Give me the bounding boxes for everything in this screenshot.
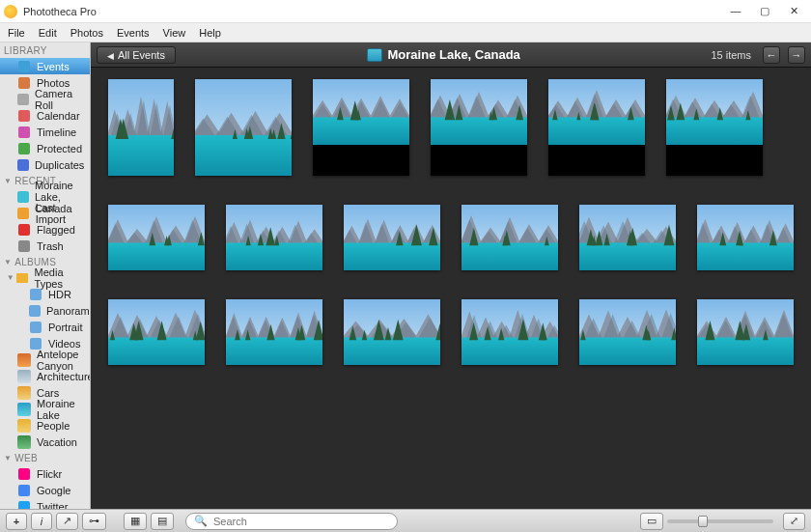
svg-rect-15	[226, 242, 322, 270]
album-icon	[29, 321, 42, 334]
sidebar-item-label: Antelope Canyon	[37, 349, 84, 372]
search-box[interactable]: 🔍	[185, 513, 398, 530]
sidebar-item-portrait[interactable]: Portrait	[0, 319, 90, 335]
sidebar-item-moraine-lake[interactable]: Moraine Lake	[0, 401, 90, 417]
sidebar-item-antelope-canyon[interactable]: Antelope Canyon	[0, 351, 90, 368]
sidebar-item-label: Last Import	[36, 202, 84, 225]
layout-toggle-button[interactable]: ▭	[640, 513, 663, 530]
sidebar-item-label: Calendar	[37, 110, 80, 122]
photo-thumbnail[interactable]	[226, 205, 322, 270]
photo-thumbnail[interactable]	[697, 299, 794, 365]
album-thumb	[17, 386, 31, 400]
bottom-toolbar: + i ↗ ⊶ ▦ ▤ 🔍 ▭ ⤢	[0, 509, 811, 532]
photo-thumbnail[interactable]	[697, 205, 794, 270]
prev-event-button[interactable]: ←	[763, 46, 780, 64]
photo-thumbnail[interactable]	[344, 299, 440, 365]
import-icon	[17, 207, 30, 220]
sidebar-item-label: Moraine Lake	[37, 398, 84, 421]
sidebar-section-web[interactable]: ▼WEB	[0, 450, 90, 465]
photo-thumbnail[interactable]	[108, 205, 205, 270]
event-toolbar: ◀All Events Moraine Lake, Canada 15 item…	[91, 42, 811, 68]
all-events-button[interactable]: ◀All Events	[97, 46, 176, 64]
photo-thumbnail[interactable]	[108, 79, 174, 176]
search-input[interactable]	[213, 516, 389, 527]
chevron-down-icon: ▼	[7, 273, 14, 282]
sidebar-item-duplicates[interactable]: Duplicates	[0, 156, 90, 173]
sidebar-item-media-types[interactable]: ▼Media Types	[0, 269, 90, 286]
flickr-icon	[17, 467, 31, 481]
sidebar-item-protected[interactable]: Protected	[0, 140, 90, 156]
flag-icon	[17, 223, 31, 237]
sidebar-item-vacation[interactable]: Vacation	[0, 434, 90, 450]
search-icon: 🔍	[194, 515, 208, 527]
sidebar-item-panoramas[interactable]: Panoramas	[0, 302, 90, 319]
app-icon	[4, 5, 17, 18]
maximize-button[interactable]: ▢	[757, 5, 772, 17]
event-header: Moraine Lake, Canada	[183, 47, 704, 62]
album-thumb	[17, 353, 31, 367]
add-button[interactable]: +	[6, 513, 27, 530]
thumbnail-row	[108, 79, 794, 176]
sidebar-item-events[interactable]: Events	[0, 58, 90, 74]
timeline-icon	[17, 126, 31, 139]
sidebar: LIBRARYEventsPhotosCamera RollCalendarTi…	[0, 42, 91, 509]
view-mosaic-button[interactable]: ▤	[151, 513, 174, 530]
svg-rect-21	[579, 242, 676, 270]
svg-rect-19	[461, 242, 558, 270]
next-event-button[interactable]: →	[788, 46, 805, 64]
photo-thumbnail[interactable]	[666, 79, 763, 176]
zoom-slider[interactable]	[667, 519, 773, 523]
zoom-slider-knob[interactable]	[698, 516, 708, 527]
photo-thumbnail[interactable]	[548, 79, 645, 176]
window-controls: — ▢ ✕	[728, 5, 807, 17]
menu-photos[interactable]: Photos	[70, 27, 103, 39]
menu-edit[interactable]: Edit	[39, 27, 57, 39]
key-button[interactable]: ⊶	[82, 513, 106, 530]
photo-thumbnail[interactable]	[226, 299, 322, 365]
google-icon	[17, 484, 31, 497]
view-grid-button[interactable]: ▦	[124, 513, 147, 530]
photo-thumbnail[interactable]	[579, 299, 676, 365]
minimize-button[interactable]: —	[728, 5, 743, 17]
close-button[interactable]: ✕	[786, 5, 801, 17]
svg-rect-35	[697, 337, 794, 365]
menu-file[interactable]: File	[8, 27, 25, 39]
sidebar-item-last-import[interactable]: Last Import	[0, 205, 90, 221]
share-button[interactable]: ↗	[56, 513, 78, 530]
sidebar-item-architecture[interactable]: Architecture	[0, 368, 90, 384]
chevron-down-icon: ▼	[4, 258, 12, 266]
twitter-icon	[17, 500, 31, 510]
photo-thumbnail[interactable]	[579, 205, 676, 270]
svg-rect-3	[195, 135, 292, 176]
sidebar-item-label: People	[37, 420, 70, 432]
sidebar-item-timeline[interactable]: Timeline	[0, 124, 90, 140]
photo-thumbnail[interactable]	[431, 79, 527, 176]
svg-rect-31	[461, 337, 558, 365]
menu-view[interactable]: View	[163, 27, 186, 39]
sidebar-item-label: Flagged	[37, 224, 75, 236]
photo-thumbnail[interactable]	[108, 299, 205, 365]
photo-thumbnail[interactable]	[461, 205, 558, 270]
menu-help[interactable]: Help	[199, 27, 221, 39]
photo-thumbnail[interactable]	[461, 299, 558, 365]
svg-rect-29	[344, 337, 440, 365]
sidebar-item-camera-roll[interactable]: Camera Roll	[0, 91, 90, 107]
photo-thumbnail[interactable]	[195, 79, 292, 176]
sidebar-item-trash[interactable]: Trash	[0, 238, 90, 254]
sidebar-item-label: Google	[37, 485, 70, 496]
sidebar-item-google[interactable]: Google	[0, 482, 90, 498]
event-icon	[17, 190, 29, 204]
info-button[interactable]: i	[31, 513, 52, 530]
calendar-star-icon	[17, 60, 31, 73]
album-thumb	[17, 403, 31, 416]
svg-rect-13	[108, 242, 205, 270]
sidebar-item-calendar[interactable]: Calendar	[0, 107, 90, 124]
photo-thumbnail[interactable]	[313, 79, 409, 176]
thumbnail-row	[108, 299, 794, 365]
chevron-down-icon: ▼	[4, 454, 12, 462]
menu-events[interactable]: Events	[117, 27, 150, 39]
sidebar-item-flickr[interactable]: Flickr	[0, 465, 90, 482]
photo-thumbnail[interactable]	[344, 205, 440, 270]
fullscreen-button[interactable]: ⤢	[783, 513, 805, 530]
sidebar-item-twitter[interactable]: Twitter	[0, 498, 90, 509]
